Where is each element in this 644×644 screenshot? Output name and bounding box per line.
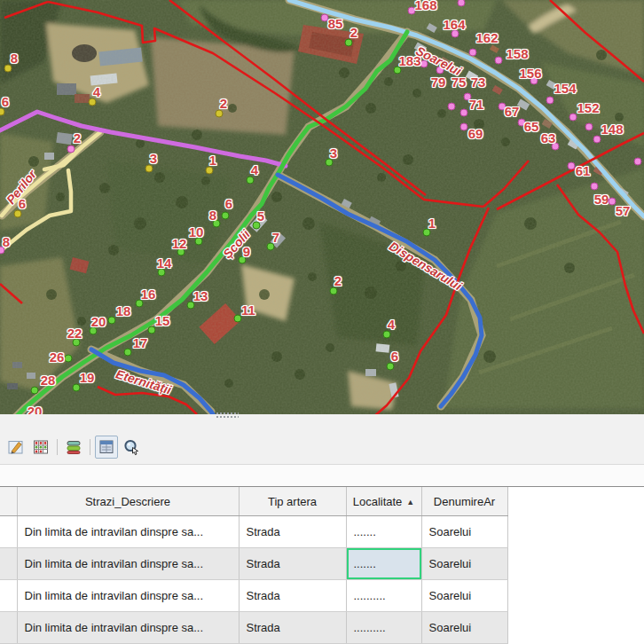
map-point-label: 4 [251, 162, 258, 177]
map-point-19[interactable] [73, 384, 81, 392]
map-point-6[interactable] [222, 212, 230, 220]
map-point-label: 15 [155, 313, 170, 328]
map-point-59[interactable] [591, 183, 599, 191]
map-point-4[interactable] [247, 177, 255, 185]
row-selector[interactable] [0, 612, 17, 644]
zoom-to-selection-button[interactable] [120, 436, 143, 459]
map-point-label: 152 [577, 100, 599, 115]
cell-tip-artera[interactable]: Strada [239, 548, 346, 580]
toolbar-separator [90, 439, 90, 455]
map-point-152[interactable] [569, 114, 577, 122]
map-point-2[interactable] [345, 39, 353, 47]
cell-strazi-descriere[interactable]: Din limita de intravilan dinspre sa... [17, 548, 239, 580]
table-row: Din limita de intravilan dinspre sa... S… [0, 580, 507, 612]
map-point-69[interactable] [460, 123, 468, 131]
cell-denumirear[interactable]: Soarelui [421, 516, 507, 548]
map-point-4[interactable] [89, 98, 97, 106]
map-point-26[interactable] [65, 355, 73, 363]
show-selected-records-icon [65, 438, 82, 456]
show-selected-records-button[interactable] [62, 436, 85, 459]
map-point-61[interactable] [568, 162, 576, 170]
map-point-2[interactable] [67, 145, 75, 153]
column-header-tip-artera[interactable]: Tip artera [239, 487, 346, 516]
cell-localitate-selected[interactable]: ....... [346, 548, 421, 580]
map-point-28[interactable] [31, 387, 39, 395]
map-point-148[interactable] [593, 136, 601, 144]
map-point-label: 17 [133, 335, 148, 350]
map-view[interactable]: 1688521641621581831567975737115415214867… [0, 0, 644, 415]
cell-localitate[interactable]: .......... [346, 612, 421, 644]
table-row: Din limita de intravilan dinspre sa... S… [0, 516, 507, 548]
map-point-6[interactable] [0, 108, 5, 116]
cell-localitate[interactable]: ....... [346, 516, 421, 548]
map-point-label: 6 [225, 196, 232, 211]
cell-tip-artera[interactable]: Strada [239, 580, 346, 612]
map-point-8[interactable] [4, 65, 12, 73]
cell-strazi-descriere[interactable]: Din limita de intravilan dinspre sa... [17, 612, 239, 644]
map-point[interactable] [458, 0, 466, 7]
row-selector[interactable] [0, 548, 17, 580]
cell-strazi-descriere[interactable]: Din limita de intravilan dinspre sa... [17, 580, 239, 612]
row-selector-header[interactable] [0, 487, 17, 516]
map-point-2[interactable] [330, 287, 338, 295]
map-point-3[interactable] [145, 165, 153, 173]
map-point-label: 18 [116, 303, 131, 318]
map-point-label: 7 [272, 230, 279, 245]
map-point-label: 22 [67, 326, 82, 341]
map-point-label: 154 [554, 81, 576, 96]
map-point-label: 2 [350, 25, 357, 40]
feature-form-icon [98, 438, 115, 456]
feature-form-button[interactable] [95, 436, 118, 459]
street-label: Dispensarului [387, 239, 465, 293]
cell-strazi-descriere[interactable]: Din limita de intravilan dinspre sa... [17, 516, 239, 548]
edit-features-button[interactable] [4, 436, 27, 459]
toolbar-subarea [0, 465, 644, 486]
column-header-strazi-descriere[interactable]: Strazi_Descriere [17, 487, 239, 516]
map-point-18[interactable] [108, 317, 116, 325]
cell-denumirear[interactable]: Soarelui [421, 580, 507, 612]
map-point-label: 26 [50, 349, 65, 365]
map-point-label: 168 [414, 0, 436, 12]
map-annotations: 1688521641621581831567975737115415214867… [0, 0, 644, 414]
cell-tip-artera[interactable]: Strada [239, 612, 346, 644]
map-point[interactable] [634, 158, 642, 166]
map-point-154[interactable] [546, 97, 554, 105]
map-point-label: 148 [601, 122, 623, 137]
cell-denumirear[interactable]: Soarelui [421, 612, 507, 644]
map-point-label: 61 [576, 163, 591, 178]
map-point-71[interactable] [460, 109, 468, 117]
map-point-label: 16 [141, 287, 156, 302]
map-point-label: 20 [27, 404, 43, 416]
map-point-label: 8 [3, 234, 10, 249]
row-selector[interactable] [0, 516, 17, 548]
map-point-label: 12 [172, 236, 187, 251]
map-point-75[interactable] [448, 103, 456, 111]
panel-splitter-grip[interactable] [216, 412, 239, 419]
column-header-denumirear[interactable]: DenumireAr [421, 487, 507, 516]
map-point-label: 57 [616, 203, 631, 218]
map-point-4[interactable] [383, 331, 391, 339]
table-header-row: Strazi_Descriere Tip artera Localitate▲ … [0, 487, 507, 516]
column-header-localitate[interactable]: Localitate▲ [346, 487, 421, 516]
attribute-table-panel: Strazi_Descriere Tip artera Localitate▲ … [0, 486, 644, 644]
map-point-6[interactable] [14, 210, 22, 218]
table-row: Din limita de intravilan dinspre sa... S… [0, 548, 507, 580]
map-point-1[interactable] [206, 167, 214, 175]
map-point-17[interactable] [124, 349, 132, 357]
cell-tip-artera[interactable]: Strada [239, 516, 346, 548]
cell-localitate[interactable]: .......... [346, 580, 421, 612]
attribute-table-icon [32, 438, 50, 456]
column-label: DenumireAr [434, 495, 495, 508]
map-point-label: 20 [91, 314, 106, 329]
map-point-2[interactable] [216, 110, 224, 118]
map-point-158[interactable] [495, 57, 503, 65]
map-point[interactable] [394, 67, 402, 75]
map-point-162[interactable] [469, 49, 477, 57]
cell-denumirear[interactable]: Soarelui [421, 548, 507, 580]
map-point[interactable] [585, 123, 593, 131]
attribute-table-button[interactable] [29, 436, 52, 459]
map-point-label: 156 [519, 66, 541, 81]
row-selector[interactable] [0, 580, 17, 612]
map-point-6[interactable] [387, 363, 395, 371]
map-point-label: 63 [541, 130, 556, 145]
